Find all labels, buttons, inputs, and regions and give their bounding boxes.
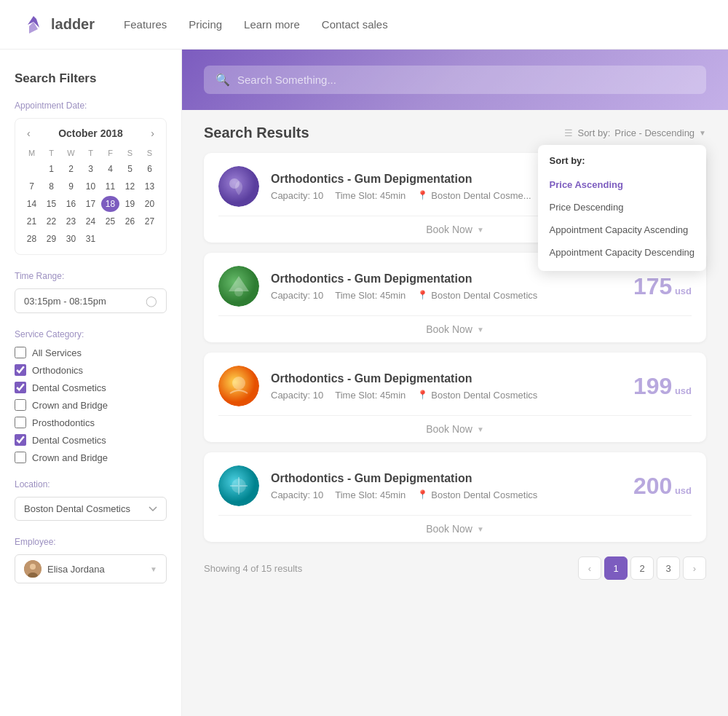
pagination-page-3[interactable]: 3 [657, 556, 680, 580]
nav-pricing[interactable]: Pricing [189, 18, 222, 31]
calendar-day[interactable]: 22 [42, 213, 60, 229]
card-timeslot-4: Time Slot: 45min [335, 489, 405, 500]
calendar-day[interactable]: 24 [82, 213, 100, 229]
employee-label: Employee: [15, 537, 167, 547]
calendar-day[interactable]: 25 [101, 213, 119, 229]
calendar-day[interactable]: 20 [141, 196, 159, 212]
service-checkbox-3[interactable] [15, 399, 26, 411]
employee-select[interactable]: Elisa Jordana ▼ [15, 554, 167, 583]
book-now-label-2: Book Now [426, 323, 472, 335]
book-now-button-3[interactable]: Book Now▼ [218, 415, 692, 442]
service-checkbox-item-4[interactable]: Prosthodontics [15, 417, 167, 428]
calendar-next-button[interactable]: › [146, 126, 159, 141]
card-location-3: 📍Boston Dental Cosmetics [417, 390, 537, 401]
service-checkbox-item-5[interactable]: Dental Cosmetics [15, 434, 167, 446]
calendar-day[interactable]: 3 [82, 161, 100, 177]
card-timeslot-1: Time Slot: 45min [335, 190, 405, 201]
card-main-4: Orthodontics - Gum Depigmentation Capaci… [218, 465, 692, 515]
calendar-day[interactable]: 9 [62, 178, 80, 194]
service-checkbox-item-6[interactable]: Crown and Bridge [15, 452, 167, 463]
service-checkbox-5[interactable] [15, 434, 26, 446]
service-checkbox-6[interactable] [15, 452, 26, 463]
calendar-day[interactable]: 14 [23, 196, 41, 212]
service-checkbox-item-3[interactable]: Crown and Bridge [15, 399, 167, 411]
calendar-prev-button[interactable]: ‹ [23, 126, 35, 141]
calendar-day[interactable]: 26 [121, 213, 139, 229]
location-label: Location: [15, 479, 167, 489]
sort-option-price-desc[interactable]: Price Descending [538, 196, 706, 219]
calendar-header: ‹ October 2018 › [23, 126, 159, 141]
employee-name: Elisa Jordana [47, 564, 105, 575]
sidebar-title: Search Filters [15, 71, 167, 86]
svg-point-8 [234, 288, 243, 296]
calendar-day[interactable]: 30 [62, 231, 80, 247]
sort-option-capacity-asc[interactable]: Appointment Capacity Ascending [538, 219, 706, 241]
calendar-day[interactable]: 21 [23, 213, 41, 229]
calendar-day[interactable]: 1 [42, 161, 60, 177]
service-checkbox-4[interactable] [15, 417, 26, 428]
calendar-day[interactable]: 12 [121, 178, 139, 194]
calendar-day-header: W [62, 146, 80, 160]
sort-by-label: Sort by: [577, 127, 610, 138]
sort-dropdown-arrow: ▼ [699, 129, 706, 137]
service-checkbox-item-1[interactable]: Orthodonics [15, 364, 167, 376]
calendar-day[interactable]: 7 [23, 178, 41, 194]
book-now-button-4[interactable]: Book Now▼ [218, 515, 692, 542]
service-checkbox-label-5: Dental Cosmetics [32, 435, 106, 446]
calendar-day[interactable]: 4 [101, 161, 119, 177]
service-checkbox-label-3: Crown and Bridge [32, 400, 108, 411]
nav-learn-more[interactable]: Learn more [244, 18, 300, 31]
price-amount-3: 199 [633, 373, 672, 399]
pagination-prev[interactable]: ‹ [578, 556, 601, 580]
service-checkboxes: All ServicesOrthodonicsDental CosmeticsC… [15, 347, 167, 463]
search-input[interactable] [237, 74, 695, 86]
service-checkbox-0[interactable] [15, 347, 26, 358]
calendar-day[interactable]: 6 [141, 161, 159, 177]
calendar-day[interactable]: 27 [141, 213, 159, 229]
location-select[interactable]: Boston Dental Cosmetics [15, 497, 167, 521]
card-capacity-3: Capacity: 10 [271, 390, 323, 401]
pagination-next[interactable]: › [683, 556, 706, 580]
calendar-day[interactable]: 11 [101, 178, 119, 194]
calendar-day[interactable]: 28 [23, 231, 41, 247]
calendar-day[interactable]: 5 [121, 161, 139, 177]
service-checkbox-item-2[interactable]: Dental Cosmetics [15, 382, 167, 393]
book-now-label-1: Book Now [426, 224, 472, 235]
card-main-3: Orthodontics - Gum Depigmentation Capaci… [218, 366, 692, 415]
nav-features[interactable]: Features [124, 18, 167, 31]
calendar-day[interactable]: 29 [42, 231, 60, 247]
calendar-day[interactable]: 31 [82, 231, 100, 247]
calendar-day[interactable]: 8 [42, 178, 60, 194]
card-info-2: Orthodontics - Gum Depigmentation Capaci… [271, 272, 622, 301]
nav-contact-sales[interactable]: Contact sales [322, 18, 388, 31]
svg-point-10 [232, 377, 245, 390]
time-range-input[interactable]: 03:15pm - 08:15pm ◯ [15, 288, 167, 313]
price-usd-2: usd [672, 286, 692, 296]
calendar-day[interactable]: 13 [141, 178, 159, 194]
pagination-page-1[interactable]: 1 [604, 556, 628, 580]
sort-option-price-asc[interactable]: Price Ascending [538, 173, 706, 196]
calendar-day[interactable]: 17 [82, 196, 100, 212]
calendar-day[interactable]: 10 [82, 178, 100, 194]
service-checkbox-item-0[interactable]: All Services [15, 347, 167, 358]
calendar-day[interactable]: 18 [101, 196, 119, 212]
logo[interactable]: ladder [22, 13, 95, 36]
calendar-day[interactable]: 2 [62, 161, 80, 177]
calendar-day[interactable]: 16 [62, 196, 80, 212]
sort-control[interactable]: ☰ Sort by: Price - Descending ▼ [564, 127, 706, 138]
service-checkbox-2[interactable] [15, 382, 26, 393]
book-now-button-2[interactable]: Book Now▼ [218, 315, 692, 342]
card-location-2: 📍Boston Dental Cosmetics [417, 290, 537, 301]
pagination-page-2[interactable]: 2 [630, 556, 654, 580]
price-amount-2: 175 [633, 273, 672, 299]
calendar-day-header: T [42, 146, 60, 160]
card-icon-2 [218, 266, 259, 307]
calendar: ‹ October 2018 › MTWTFSS1234567891011121… [15, 118, 167, 255]
calendar-day[interactable]: 23 [62, 213, 80, 229]
calendar-day[interactable]: 15 [42, 196, 60, 212]
card-capacity-2: Capacity: 10 [271, 290, 323, 301]
service-category-label: Service Category: [15, 329, 167, 339]
service-checkbox-1[interactable] [15, 364, 26, 376]
calendar-day[interactable]: 19 [121, 196, 139, 212]
sort-option-capacity-desc[interactable]: Appointment Capacity Descending [538, 241, 706, 264]
